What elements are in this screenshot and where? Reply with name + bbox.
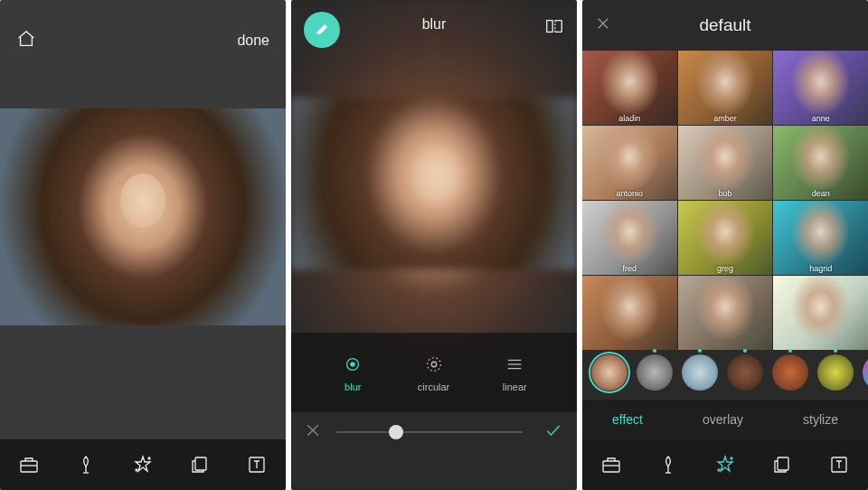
filter-grid: aladinamberanneantoniobobdeanfredgreghag… [582,51,868,350]
filter-aladin[interactable]: aladin [582,51,677,125]
top-bar: blur [291,0,577,43]
tool-layers-icon[interactable] [186,451,213,478]
slider-row [291,412,577,452]
effect-tabs: effectoverlaystylize [582,400,868,439]
bottom-toolbar [582,439,868,490]
category-thumb-3[interactable] [727,354,763,391]
category-thumb-1[interactable] [637,354,673,391]
filter-cell-10[interactable] [678,276,773,350]
tool-effects-icon[interactable] [129,451,156,478]
filter-label: greg [717,264,733,273]
slider-thumb[interactable] [389,425,403,439]
svg-point-29 [718,469,720,471]
svg-point-14 [351,362,356,367]
tool-toolbox-icon[interactable] [15,451,42,478]
compare-icon[interactable] [544,16,564,40]
screen-title: blur [422,16,447,33]
tool-effects-icon[interactable] [712,451,739,478]
canvas-image-blurred[interactable] [291,98,577,269]
svg-point-15 [427,358,440,372]
indicator-dot [698,349,702,353]
intensity-slider[interactable] [336,431,523,433]
category-strip[interactable] [582,345,868,400]
mode-linear[interactable]: linear [503,353,527,392]
filter-amber[interactable]: amber [678,51,773,125]
linear-icon [503,353,526,376]
category-thumb-4[interactable] [772,354,808,391]
filter-anne[interactable]: anne [773,51,868,125]
svg-point-28 [731,457,732,459]
top-bar: default [582,0,868,51]
filter-bob[interactable]: bob [678,126,773,200]
tool-text-icon[interactable] [243,451,270,478]
filter-fred[interactable]: fred [582,201,677,275]
svg-rect-24 [603,461,619,472]
svg-rect-8 [547,21,552,33]
svg-point-16 [431,362,437,367]
mode-label: blur [344,382,361,392]
category-thumb-6[interactable] [863,354,868,391]
filter-label: anne [812,114,830,123]
tool-pen-icon[interactable] [72,451,99,478]
filter-antonio[interactable]: antonio [582,126,677,200]
filter-label: dean [812,189,830,198]
indicator-dot [834,349,837,353]
filter-set-title: default [699,15,750,35]
svg-rect-0 [21,461,37,472]
indicator-dot [653,349,656,353]
filter-hagrid[interactable]: hagrid [773,201,868,275]
filter-thumbnail [678,276,773,350]
filter-thumbnail [582,276,677,350]
tool-layers-icon[interactable] [769,451,796,478]
mode-circular[interactable]: circular [418,353,449,392]
filter-cell-11[interactable] [773,276,868,350]
cancel-icon[interactable] [304,421,322,443]
canvas-image[interactable] [0,108,286,325]
filter-label: aladin [618,114,640,123]
svg-rect-6 [195,457,206,470]
category-thumb-0[interactable] [591,354,627,391]
mode-blur[interactable]: blur [341,353,364,392]
blur-icon [341,353,364,376]
bottom-toolbar [0,439,286,490]
mode-label: circular [418,382,449,392]
filter-label: hagrid [809,264,832,273]
indicator-dot [788,349,792,353]
svg-point-5 [136,469,137,471]
tab-effect[interactable]: effect [612,412,643,427]
filter-label: fred [623,264,637,273]
svg-rect-30 [778,457,788,470]
tab-stylize[interactable]: stylize [803,412,838,427]
done-button[interactable]: done [237,33,269,49]
svg-point-4 [148,457,150,459]
filter-thumbnail [773,276,868,350]
blur-screen: blur blurcircularlinear [291,0,577,490]
blur-mode-row: blurcircularlinear [291,333,577,412]
home-icon[interactable] [16,29,36,52]
mode-label: linear [503,382,527,392]
tool-toolbox-icon[interactable] [598,451,625,478]
editor-main-screen: done [0,0,286,490]
tool-pen-icon[interactable] [655,451,682,478]
indicator-dot [743,349,747,353]
eraser-button[interactable] [304,12,340,48]
filter-greg[interactable]: greg [678,201,773,275]
top-bar: done [0,0,286,81]
category-thumb-2[interactable] [682,354,718,391]
close-icon[interactable] [595,15,611,35]
filter-cell-9[interactable] [582,276,677,350]
filter-label: amber [713,114,737,123]
confirm-icon[interactable] [544,421,562,443]
circular-icon [422,353,446,376]
tab-overlay[interactable]: overlay [703,412,743,427]
category-thumb-5[interactable] [817,354,854,391]
effects-screen: default aladinamberanneantoniobobdeanfre… [582,0,868,490]
filter-label: antonio [617,189,644,198]
tool-text-icon[interactable] [826,451,853,478]
filter-label: bob [718,189,731,198]
filter-dean[interactable]: dean [773,126,868,200]
